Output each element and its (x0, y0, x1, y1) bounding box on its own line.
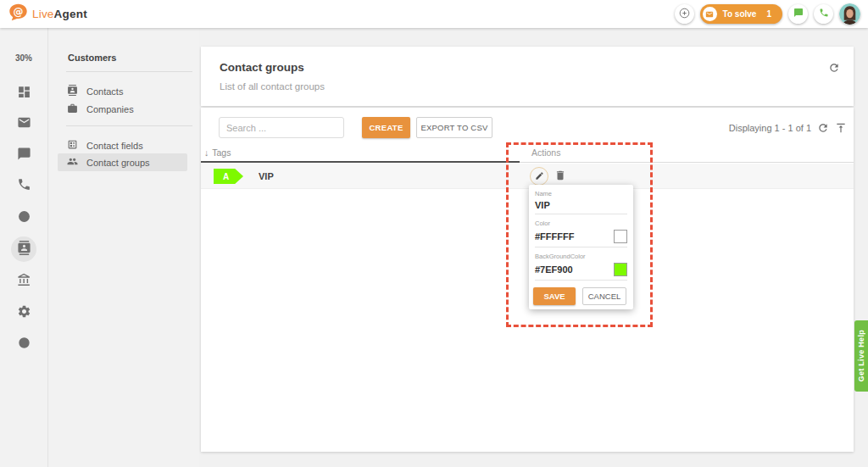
usage-percent: 30% (0, 53, 47, 63)
popup-buttons: SAVE CANCEL (533, 287, 629, 305)
pencil-icon (535, 170, 544, 183)
column-header-tags[interactable]: ↓ Tags (204, 147, 231, 158)
background-color-swatch[interactable] (614, 263, 627, 276)
logo-live: Live (32, 8, 54, 20)
color-swatch[interactable] (614, 230, 627, 243)
sidebar-divider (66, 71, 192, 72)
trash-icon (554, 171, 566, 184)
call-button[interactable] (814, 4, 833, 24)
nav-dashboard[interactable] (11, 81, 36, 106)
group-icon (67, 156, 78, 169)
column-header-actions: Actions (531, 147, 560, 158)
phone-icon (819, 8, 829, 20)
background-color-label: BackGroundColor (535, 253, 627, 260)
liveagent-app: @ LiveAgent To solve 1 (0, 0, 868, 467)
ring-icon (17, 209, 31, 227)
edit-tag-popup: Name VIP Color #FFFFFF BackGroundColor #… (529, 185, 633, 309)
gear-icon (17, 304, 31, 322)
sidebar-item-label: Companies (86, 104, 134, 114)
background-color-value[interactable]: #7EF900 (535, 264, 573, 275)
phone-icon (17, 177, 31, 195)
tag-badge: A (214, 169, 243, 184)
name-value[interactable]: VIP (535, 200, 627, 210)
nav-chats[interactable] (11, 142, 36, 168)
table-header-underline (201, 161, 520, 163)
nav-settings[interactable] (11, 300, 36, 325)
refresh-icon (828, 62, 840, 74)
contacts-icon (67, 85, 78, 97)
sidebar-item-contact-groups[interactable]: Contact groups (58, 153, 187, 171)
save-button[interactable]: SAVE (533, 287, 576, 305)
column-label: Tags (212, 147, 231, 158)
contacts-icon (17, 241, 31, 259)
dashboard-icon (17, 85, 31, 103)
sidebar-item-contacts[interactable]: Contacts (58, 82, 187, 100)
nav-social[interactable] (11, 205, 36, 231)
nav-calls[interactable] (11, 173, 36, 198)
sidebar-item-label: Contact groups (86, 158, 150, 168)
briefcase-icon (67, 103, 78, 115)
to-solve-label: To solve (723, 9, 757, 19)
bank-icon (17, 273, 31, 291)
contact-groups-table-card: CREATE EXPORT TO CSV Displaying 1 - 1 of… (201, 108, 854, 452)
topbar-actions: To solve 1 (675, 3, 860, 25)
search-input[interactable] (219, 117, 344, 138)
vertical-align-top-icon (835, 122, 847, 134)
sidebar-item-label: Contacts (86, 86, 123, 97)
topbar: @ LiveAgent To solve 1 (0, 0, 868, 28)
add-new-button[interactable] (675, 4, 694, 24)
delete-tag-button[interactable] (554, 170, 566, 184)
logo-agent: Agent (54, 8, 87, 20)
sort-desc-icon: ↓ (204, 147, 209, 158)
pagination-area: Displaying 1 - 1 of 1 (729, 117, 847, 138)
get-live-help-label: Get Live Help (857, 330, 865, 381)
nav-customers[interactable] (11, 236, 36, 262)
nav-tickets[interactable] (11, 111, 36, 136)
sidebar-item-companies[interactable]: Companies (58, 100, 187, 118)
color-field[interactable]: Color #FFFFFF (535, 220, 627, 247)
page-subtitle: List of all contact groups (220, 81, 325, 92)
tag-name: VIP (259, 171, 274, 181)
edit-tag-button[interactable] (530, 167, 548, 186)
chat-bubble-icon (17, 147, 31, 164)
plus-circle-icon (678, 7, 691, 22)
liveagent-logo[interactable]: @ LiveAgent (8, 3, 87, 25)
nav-addons[interactable] (11, 331, 36, 357)
sidebar-item-contact-fields[interactable]: Contact fields (58, 136, 187, 154)
customers-sidebar: Customers Contacts Companies Contact fie… (49, 28, 199, 467)
table-row[interactable]: A VIP (201, 164, 854, 189)
to-solve-button[interactable]: To solve 1 (700, 4, 782, 24)
cancel-button[interactable]: CANCEL (582, 287, 626, 305)
sidebar-title: Customers (68, 53, 116, 63)
displaying-count: Displaying 1 - 1 of 1 (729, 123, 811, 133)
refresh-icon (817, 122, 829, 134)
sidebar-item-label: Contact fields (86, 141, 143, 151)
fields-icon (67, 139, 78, 152)
color-label: Color (535, 220, 627, 227)
chat-button[interactable] (788, 4, 808, 24)
logo-text: LiveAgent (32, 8, 87, 20)
page-title: Contact groups (220, 61, 304, 74)
export-csv-button[interactable]: EXPORT TO CSV (416, 117, 492, 138)
logo-bubble-icon: @ (8, 3, 28, 25)
get-live-help-button[interactable]: Get Live Help (854, 320, 868, 392)
mail-icon (17, 115, 31, 133)
sidebar-divider (66, 125, 192, 126)
create-button[interactable]: CREATE (362, 117, 410, 138)
envelope-icon (703, 7, 717, 21)
page-header-card: Contact groups List of all contact group… (201, 47, 854, 106)
icon-rail: 30% (0, 28, 48, 467)
target-icon (17, 336, 31, 353)
refresh-list-button[interactable] (817, 122, 829, 134)
name-label: Name (535, 190, 627, 197)
background-color-field[interactable]: BackGroundColor #7EF900 (535, 253, 627, 281)
user-avatar[interactable] (839, 3, 860, 25)
color-value[interactable]: #FFFFFF (535, 231, 574, 242)
svg-text:@: @ (14, 6, 24, 18)
to-solve-count: 1 (766, 9, 771, 19)
scroll-to-top-button[interactable] (835, 122, 847, 134)
nav-academy[interactable] (11, 269, 36, 294)
name-field[interactable]: Name VIP (535, 190, 627, 214)
refresh-button[interactable] (828, 62, 840, 74)
chat-bubble-icon (793, 8, 804, 20)
